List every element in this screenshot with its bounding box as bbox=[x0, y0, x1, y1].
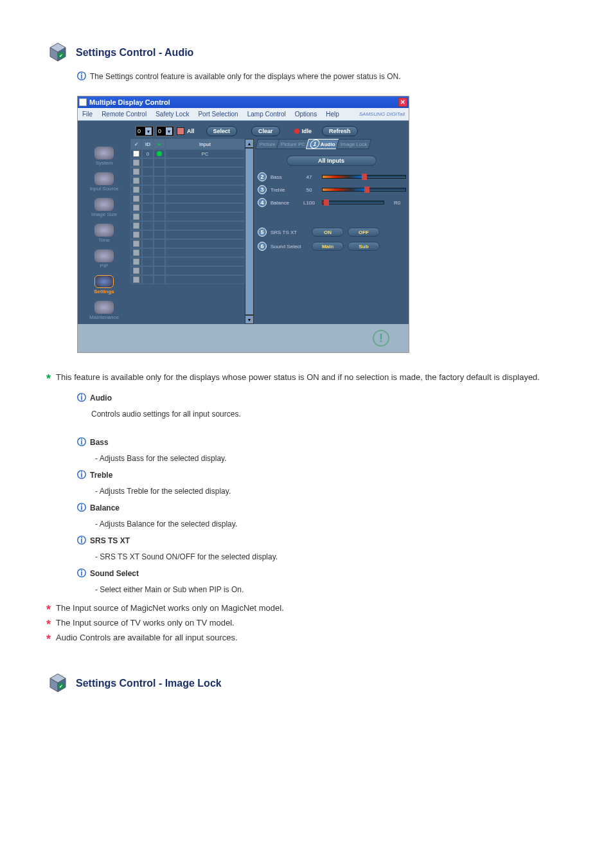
info-icon: ⓘ bbox=[77, 71, 86, 81]
th-id[interactable]: ID bbox=[142, 139, 154, 149]
info-icon: ⓘ bbox=[77, 535, 86, 545]
nav-maintenance[interactable]: Maintenance bbox=[79, 296, 129, 320]
audio-intro: The Settings control feature is availabl… bbox=[90, 72, 401, 81]
menu-safety[interactable]: Safety Lock bbox=[151, 111, 193, 118]
all-label: All bbox=[187, 128, 195, 134]
nav-settings[interactable]: Settings bbox=[79, 270, 129, 294]
sound-sub-button[interactable]: Sub bbox=[348, 242, 380, 251]
note-availability: This feature is available only for the d… bbox=[56, 372, 540, 382]
callout-5: 5 bbox=[258, 228, 267, 237]
menu-port[interactable]: Port Selection bbox=[193, 111, 242, 118]
bass-item-desc: - Adjusts Bass for the selected display. bbox=[95, 454, 227, 463]
star-icon: * bbox=[46, 618, 51, 631]
scroll-up[interactable]: ▲ bbox=[245, 139, 254, 148]
info-icon: ⓘ bbox=[77, 437, 86, 447]
table-row[interactable]: ✓ 0 PC bbox=[130, 149, 245, 158]
audio-label: Audio bbox=[90, 393, 112, 402]
balance-item-desc: - Adjusts Balance for the selected displ… bbox=[95, 520, 237, 529]
treble-item-desc: - Adjusts Treble for the selected displa… bbox=[95, 487, 231, 496]
callout-2: 2 bbox=[258, 172, 267, 181]
srs-item-desc: - SRS TS XT Sound ON/OFF for the selecte… bbox=[95, 552, 278, 561]
bass-item-label: Bass bbox=[90, 438, 109, 447]
balance-right-value: R0 bbox=[388, 200, 406, 206]
note-tv: The Input source of TV works only on TV … bbox=[56, 618, 235, 628]
nav-pip[interactable]: PIP bbox=[79, 244, 129, 269]
alert-icon: ! bbox=[373, 330, 389, 347]
nav-time[interactable]: Time bbox=[79, 219, 129, 243]
bass-slider[interactable] bbox=[322, 175, 406, 179]
all-checkbox[interactable] bbox=[177, 127, 184, 135]
treble-slider[interactable] bbox=[322, 188, 406, 192]
star-icon: * bbox=[46, 372, 51, 386]
sound-main-button[interactable]: Main bbox=[312, 242, 344, 251]
sound-select-item-label: Sound Select bbox=[90, 569, 139, 578]
note-magicnet: The Input source of MagicNet works only … bbox=[56, 603, 284, 613]
menu-help[interactable]: Help bbox=[321, 111, 344, 118]
cube-icon: ✔ bbox=[46, 672, 69, 695]
star-icon: * bbox=[46, 603, 51, 617]
tab-audio[interactable]: 1Audio bbox=[306, 139, 340, 149]
audio-desc: Controls audio settings for all input so… bbox=[91, 408, 574, 420]
th-input[interactable]: Input bbox=[165, 139, 245, 149]
menu-file[interactable]: File bbox=[78, 111, 97, 118]
balance-item-label: Balance bbox=[90, 503, 120, 512]
window-title: Multiple Display Control bbox=[89, 98, 170, 106]
balance-left-value: L100 bbox=[300, 200, 318, 206]
app-icon bbox=[79, 98, 87, 106]
refresh-button[interactable]: Refresh bbox=[322, 126, 358, 136]
callout-3: 3 bbox=[258, 185, 267, 194]
scroll-down[interactable]: ▼ bbox=[245, 315, 254, 324]
sound-select-label: Sound Select bbox=[271, 244, 308, 249]
srs-off-button[interactable]: OFF bbox=[348, 228, 380, 237]
side-nav: System Input Source Image Size Time PIP … bbox=[78, 139, 130, 324]
id-from-dropdown[interactable]: 0▼ bbox=[136, 126, 154, 136]
info-icon: ⓘ bbox=[77, 502, 86, 512]
callout-6: 6 bbox=[258, 242, 267, 251]
all-inputs-label: All Inputs bbox=[287, 156, 377, 166]
tab-picture-pc[interactable]: Picture PC bbox=[276, 139, 310, 149]
select-button[interactable]: Select bbox=[206, 126, 238, 136]
nav-system[interactable]: System bbox=[79, 141, 129, 166]
th-status[interactable]: ● bbox=[154, 139, 165, 149]
cube-icon: ✔ bbox=[46, 41, 69, 64]
menu-options[interactable]: Options bbox=[290, 111, 321, 118]
section-title-audio: Settings Control - Audio bbox=[76, 47, 193, 59]
bass-label: Bass bbox=[271, 174, 296, 180]
info-icon: ⓘ bbox=[77, 568, 86, 578]
nav-input-source[interactable]: Input Source bbox=[79, 167, 129, 192]
callout-1: 1 bbox=[309, 140, 321, 149]
id-to-dropdown[interactable]: 0▼ bbox=[156, 126, 174, 136]
idle-indicator: Idle bbox=[294, 128, 312, 134]
menu-lamp[interactable]: Lamp Control bbox=[243, 111, 290, 118]
srs-item-label: SRS TS XT bbox=[90, 536, 130, 545]
menubar: File Remote Control Safety Lock Port Sel… bbox=[78, 108, 409, 121]
brand-label: SAMSUNG DIGITall bbox=[359, 111, 409, 117]
note-audio-all: Audio Controls are available for all inp… bbox=[56, 633, 238, 642]
th-check[interactable]: ✓ bbox=[130, 139, 142, 149]
row-checkbox[interactable]: ✓ bbox=[133, 150, 139, 157]
svg-text:✔: ✔ bbox=[59, 684, 63, 689]
clear-button[interactable]: Clear bbox=[251, 126, 280, 136]
app-window: Multiple Display Control ✕ File Remote C… bbox=[77, 96, 409, 353]
info-icon: ⓘ bbox=[77, 469, 86, 480]
menu-remote[interactable]: Remote Control bbox=[97, 111, 151, 118]
status-led bbox=[157, 151, 162, 156]
sound-select-item-desc: - Select either Main or Sub when PIP is … bbox=[95, 585, 244, 594]
nav-image-size[interactable]: Image Size bbox=[79, 193, 129, 217]
balance-slider[interactable] bbox=[322, 201, 384, 204]
balance-label: Balance bbox=[271, 200, 296, 206]
treble-label: Treble bbox=[271, 187, 296, 193]
svg-text:✔: ✔ bbox=[59, 53, 63, 58]
tab-image-lock[interactable]: Image Lock bbox=[336, 139, 372, 149]
srs-on-button[interactable]: ON bbox=[312, 228, 344, 237]
section-title-image-lock: Settings Control - Image Lock bbox=[76, 678, 222, 689]
titlebar: Multiple Display Control ✕ bbox=[78, 96, 409, 108]
treble-item-label: Treble bbox=[90, 471, 112, 480]
treble-value: 50 bbox=[300, 187, 318, 193]
close-button[interactable]: ✕ bbox=[398, 98, 407, 107]
bass-value: 47 bbox=[300, 174, 318, 180]
display-table: ✓ ID ● Input ✓ 0 PC bbox=[130, 139, 245, 324]
callout-4: 4 bbox=[258, 198, 267, 207]
settings-panel: Picture Picture PC 1Audio Image Lock All… bbox=[254, 139, 409, 324]
srs-label: SRS TS XT bbox=[271, 230, 308, 235]
